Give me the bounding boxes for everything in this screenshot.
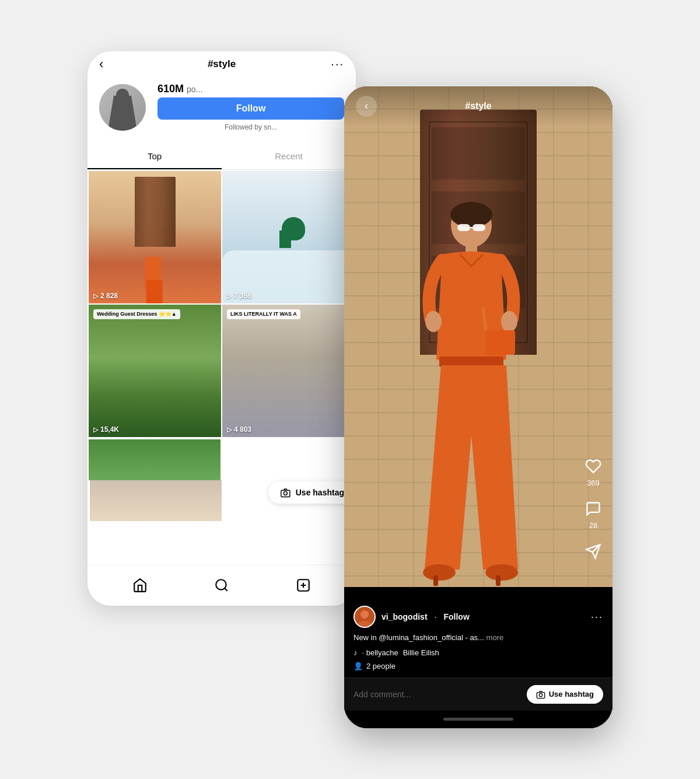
profile-stats: 610M po... Follow Followed by sn... [158, 83, 344, 132]
comment-count: 28 [589, 521, 597, 530]
svg-point-14 [501, 311, 517, 332]
post-username: vi_bogodist [382, 612, 428, 621]
post-info-panel: vi_bogodist · Follow ··· New in @lumina_… [344, 599, 612, 728]
dark-phone: ‹ #style 369 [344, 86, 612, 728]
play-icon-4 [227, 425, 232, 434]
svg-point-18 [423, 564, 456, 581]
share-button[interactable] [583, 542, 603, 561]
white-phone-header: ‹ #style ··· [88, 51, 356, 77]
svg-point-8 [450, 202, 492, 228]
use-hashtag-button[interactable]: Use hashtag [269, 481, 356, 504]
people-icon: 👤 [354, 662, 363, 670]
svg-point-27 [539, 693, 542, 696]
followed-by-text: Followed by sn... [158, 122, 344, 132]
heart-icon [583, 456, 603, 476]
search-nav-button[interactable] [214, 577, 230, 593]
like-button[interactable]: 369 [583, 456, 603, 487]
svg-rect-21 [496, 575, 501, 586]
dark-camera-icon [536, 690, 545, 699]
comment-bar: Add comment... Use hashtag [344, 677, 612, 711]
action-buttons: 369 28 [583, 456, 603, 561]
grid-item-1[interactable]: 2 828 [89, 171, 221, 303]
grid-item-3[interactable]: Wedding Guest Dresses 🌟⭐▲ 15,4K [89, 305, 221, 437]
svg-rect-16 [486, 330, 515, 355]
svg-point-25 [360, 610, 369, 619]
video-count-3: 15,4K [93, 425, 119, 434]
post-follow-button[interactable]: Follow [443, 612, 469, 621]
share-icon [583, 542, 603, 561]
comment-icon [583, 499, 603, 519]
tab-top[interactable]: Top [88, 144, 222, 169]
post-more-button[interactable]: ··· [591, 611, 603, 623]
profile-section: 610M po... Follow Followed by sn... [88, 77, 356, 138]
svg-point-19 [485, 564, 518, 581]
video-count-1: 2 828 [93, 292, 118, 300]
camera-icon [281, 487, 291, 498]
tabs-bar: Top Recent [88, 144, 356, 170]
svg-line-3 [225, 588, 228, 591]
home-nav-button[interactable] [132, 577, 148, 593]
white-phone: ‹ #style ··· 610M po... Follow Followed … [88, 51, 356, 606]
page-title: #style [208, 58, 236, 70]
comment-button[interactable]: 28 [583, 499, 603, 530]
tab-recent[interactable]: Recent [222, 144, 356, 169]
person-in-image [401, 190, 541, 587]
grid-item-5[interactable] [89, 439, 220, 480]
post-avatar [354, 606, 376, 628]
avatar [99, 84, 146, 131]
grid-item-6[interactable] [90, 480, 222, 521]
dark-page-title: #style [465, 101, 491, 111]
home-bar [443, 718, 513, 721]
post-caption: New in @lumina_fashion_official - as... … [354, 633, 603, 643]
svg-rect-10 [473, 224, 485, 231]
back-button[interactable]: ‹ [99, 57, 103, 72]
comment-input-placeholder[interactable]: Add comment... [354, 690, 411, 699]
add-nav-button[interactable] [295, 577, 312, 593]
dark-back-button[interactable]: ‹ [356, 96, 377, 117]
content-grid: 2 828 7 356 Wedding [88, 170, 356, 550]
svg-rect-20 [433, 575, 438, 586]
play-icon-3 [93, 425, 98, 434]
music-track-1: · bellyache [362, 648, 398, 657]
video-count-2: 7 356 [227, 292, 251, 300]
people-row: 👤 2 people [354, 662, 603, 670]
separator-dot: · [435, 612, 437, 621]
people-label: 2 people [366, 662, 396, 670]
grid-item-4[interactable]: LIKS LITERALLY IT WAS A 4 803 [222, 305, 355, 437]
music-note-icon: ♪ [354, 648, 358, 657]
user-row: vi_bogodist · Follow ··· [354, 606, 603, 628]
svg-rect-9 [457, 224, 470, 231]
home-indicator [354, 711, 603, 728]
svg-point-13 [425, 311, 442, 332]
video-count-4: 4 803 [227, 425, 251, 434]
dark-use-hashtag-button[interactable]: Use hashtag [527, 685, 603, 704]
grid-overlay-text-3: Wedding Guest Dresses 🌟⭐▲ [93, 309, 180, 320]
follow-button[interactable]: Follow [158, 97, 344, 120]
svg-point-2 [216, 579, 226, 589]
svg-point-1 [284, 491, 288, 495]
post-image [344, 86, 612, 587]
grid-item-2[interactable]: 7 356 [222, 171, 355, 303]
grid-overlay-text-4: LIKS LITERALLY IT WAS A [227, 309, 300, 320]
play-icon-1 [93, 292, 98, 300]
like-count: 369 [587, 478, 600, 487]
music-row: ♪ · bellyache Billie Eilish [354, 648, 603, 657]
play-icon-2 [227, 292, 232, 300]
bottom-nav [88, 565, 356, 606]
music-track-2: Billie Eilish [403, 648, 439, 657]
dark-phone-header: ‹ #style [344, 86, 612, 126]
followers-count: 610M po... [158, 83, 344, 95]
more-options-button[interactable]: ··· [331, 57, 344, 71]
more-link[interactable]: more [487, 633, 504, 642]
